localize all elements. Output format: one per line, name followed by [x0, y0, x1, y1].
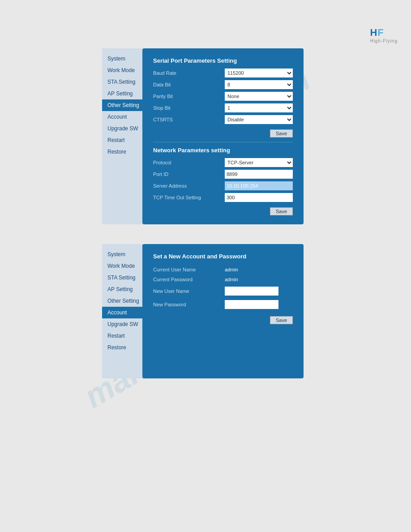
baud-rate-row: Baud Rate 115200 9600 19200 38400 57600: [153, 69, 293, 77]
server-address-row: Server Address: [153, 181, 293, 190]
new-password-row: New Password: [153, 300, 293, 309]
sidebar-item-other-2[interactable]: Other Setting: [102, 295, 142, 307]
data-bit-row: Data Bit 8 7: [153, 80, 293, 89]
port-id-row: Port ID: [153, 170, 293, 179]
logo-tagline: High-Flying: [370, 39, 398, 43]
save1-container: Save: [153, 127, 293, 137]
sidebar-item-upgrade-2[interactable]: Upgrade SW: [102, 318, 142, 330]
sidebar-item-restore-1[interactable]: Restore: [102, 146, 142, 158]
sidebar-item-ap-2[interactable]: AP Setting: [102, 283, 142, 295]
ctsrts-label: CTSRTS: [153, 117, 225, 122]
sidebar-item-system-1[interactable]: System: [102, 53, 142, 64]
parity-bit-row: Parity Bit None Even Odd: [153, 92, 293, 101]
save-button-account[interactable]: Save: [270, 316, 293, 324]
tcp-timeout-row: TCP Time Out Setting: [153, 193, 293, 202]
parity-bit-label: Parity Bit: [153, 94, 225, 99]
main-content-account: Set a New Account and Password Current U…: [142, 244, 304, 378]
sidebar-2: System Work Mode STA Setting AP Setting …: [102, 244, 142, 378]
sidebar-item-workmode-2[interactable]: Work Mode: [102, 260, 142, 272]
account-section-title: Set a New Account and Password: [153, 253, 293, 260]
stop-bit-row: Stop Bit 1 2: [153, 103, 293, 112]
sidebar-item-sta-1[interactable]: STA Setting: [102, 76, 142, 88]
new-password-label: New Password: [153, 302, 225, 307]
port-id-input[interactable]: [225, 170, 293, 179]
sidebar-item-restore-2[interactable]: Restore: [102, 342, 142, 353]
new-user-input[interactable]: [225, 287, 278, 296]
new-user-label: New User Name: [153, 288, 225, 294]
serial-section-title: Serial Port Parameters Setting: [153, 57, 293, 64]
network-section-title: Network Parameters setting: [153, 147, 293, 154]
current-user-value: admin: [225, 267, 238, 272]
sidebar-item-upgrade-1[interactable]: Upgrade SW: [102, 123, 142, 134]
current-password-value: admin: [225, 277, 238, 282]
section-divider: [153, 142, 293, 142]
sidebar-item-restart-1[interactable]: Restart: [102, 134, 142, 146]
logo: HF High-Flying: [370, 27, 398, 43]
sidebar-item-workmode-1[interactable]: Work Mode: [102, 64, 142, 76]
new-user-row: New User Name: [153, 287, 293, 296]
server-address-input[interactable]: [225, 181, 293, 190]
main-content-other-setting: Serial Port Parameters Setting Baud Rate…: [142, 48, 304, 224]
sidebar-item-ap-1[interactable]: AP Setting: [102, 88, 142, 99]
ctsrts-select[interactable]: Disable Enable: [225, 115, 293, 124]
baud-rate-label: Baud Rate: [153, 70, 225, 76]
port-id-label: Port ID: [153, 172, 225, 177]
current-user-row: Current User Name admin: [153, 267, 293, 272]
protocol-label: Protocol: [153, 160, 225, 165]
ctsrts-row: CTSRTS Disable Enable: [153, 115, 293, 124]
sidebar-item-system-2[interactable]: System: [102, 249, 142, 260]
save-button-1[interactable]: Save: [270, 129, 293, 137]
protocol-select[interactable]: TCP-Server TCP-Client UDP-Server: [225, 158, 293, 167]
tcp-timeout-label: TCP Time Out Setting: [153, 195, 225, 200]
account-save-container: Save: [153, 313, 293, 324]
stop-bit-label: Stop Bit: [153, 105, 225, 111]
protocol-row: Protocol TCP-Server TCP-Client UDP-Serve…: [153, 158, 293, 167]
server-address-label: Server Address: [153, 183, 225, 189]
save2-container: Save: [153, 205, 293, 215]
sidebar-item-restart-2[interactable]: Restart: [102, 330, 142, 342]
current-password-row: Current Password admin: [153, 277, 293, 282]
data-bit-select[interactable]: 8 7: [225, 80, 293, 89]
current-password-label: Current Password: [153, 277, 225, 282]
stop-bit-select[interactable]: 1 2: [225, 103, 293, 112]
account-form: Current User Name admin Current Password…: [153, 267, 293, 324]
logo-text: HF: [370, 27, 384, 38]
save-button-2[interactable]: Save: [270, 207, 293, 215]
current-user-label: Current User Name: [153, 267, 225, 272]
baud-rate-select[interactable]: 115200 9600 19200 38400 57600: [225, 69, 293, 77]
new-password-input[interactable]: [225, 300, 278, 309]
sidebar-item-sta-2[interactable]: STA Setting: [102, 272, 142, 283]
tcp-timeout-input[interactable]: [225, 193, 293, 202]
sidebar-item-account-2[interactable]: Account: [102, 307, 142, 318]
parity-bit-select[interactable]: None Even Odd: [225, 92, 293, 101]
data-bit-label: Data Bit: [153, 82, 225, 87]
sidebar-item-account-1[interactable]: Account: [102, 111, 142, 123]
panel-account: System Work Mode STA Setting AP Setting …: [102, 244, 304, 378]
sidebar-1: System Work Mode STA Setting AP Setting …: [102, 48, 142, 224]
panel-other-setting: System Work Mode STA Setting AP Setting …: [102, 48, 304, 224]
sidebar-item-other-1[interactable]: Other Setting: [102, 99, 142, 111]
